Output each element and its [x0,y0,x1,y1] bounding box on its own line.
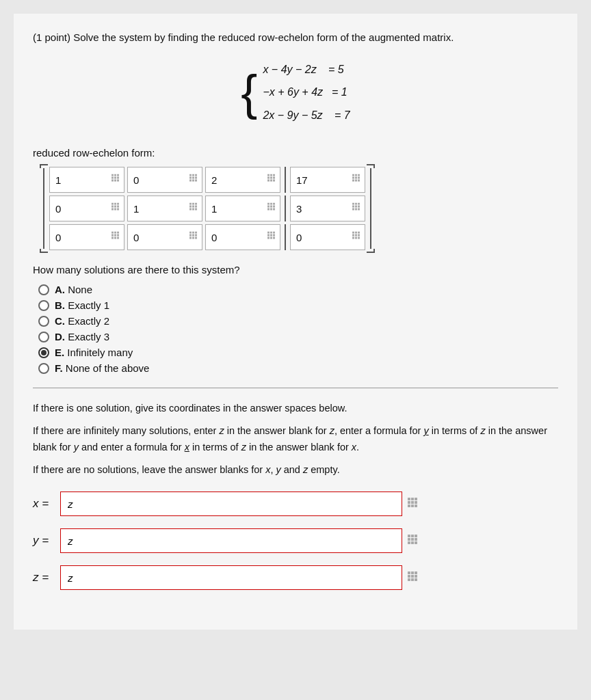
svg-rect-75 [111,234,114,237]
option-a[interactable]: A. None [38,284,558,295]
answer-row-x: x = [33,492,558,516]
option-d-text: Exactly 3 [68,331,109,342]
cell-r2-c4[interactable]: 3 [290,196,365,221]
rref-section: reduced row-echelon form: 1 [33,147,558,253]
svg-rect-105 [352,237,354,239]
svg-rect-48 [189,206,192,208]
grid-icon-x[interactable] [408,498,419,511]
svg-rect-59 [273,206,275,208]
cell-r1-c2[interactable]: 0 [127,167,202,193]
svg-rect-53 [195,208,197,211]
svg-rect-6 [111,180,114,182]
svg-rect-131 [415,575,417,578]
svg-rect-1 [114,174,116,176]
grid-icon-r1c4[interactable] [352,174,362,186]
svg-rect-85 [192,234,194,237]
svg-rect-5 [117,177,119,179]
svg-rect-60 [267,208,270,211]
svg-rect-109 [411,498,414,500]
svg-rect-129 [408,575,410,578]
svg-rect-25 [270,180,272,182]
svg-rect-17 [195,180,197,182]
svg-rect-84 [189,234,192,237]
svg-rect-21 [267,177,270,179]
svg-rect-67 [355,206,357,208]
svg-rect-121 [411,538,414,541]
option-b[interactable]: B. Exactly 1 [38,299,558,311]
svg-rect-127 [411,571,414,574]
svg-rect-64 [355,203,357,205]
radio-d[interactable] [38,332,49,342]
radio-e[interactable] [38,347,49,358]
svg-rect-52 [192,208,194,211]
svg-rect-110 [415,498,417,500]
svg-rect-112 [411,501,414,504]
option-c[interactable]: C. Exactly 2 [38,315,558,327]
cell-r2-c3[interactable]: 1 [205,196,280,221]
svg-rect-22 [270,177,272,179]
svg-rect-100 [355,232,357,234]
grid-icon-r1c1[interactable] [111,174,121,186]
svg-rect-118 [411,535,414,537]
cell-r3-c4[interactable]: 0 [290,224,365,250]
svg-rect-99 [352,232,354,234]
grid-icon-r1c2[interactable] [189,174,199,186]
cell-r2-c2[interactable]: 1 [127,196,202,221]
svg-rect-27 [352,174,354,176]
grid-icon-z[interactable] [408,571,419,584]
svg-rect-28 [355,174,357,176]
cell-r1-c4[interactable]: 17 [290,167,365,193]
grid-icon-r3c3[interactable] [267,232,277,243]
grid-icon-r3c2[interactable] [189,232,199,243]
svg-rect-107 [358,237,360,239]
svg-rect-73 [114,232,116,234]
radio-a[interactable] [38,284,49,295]
svg-rect-57 [267,206,270,208]
answer-z-input[interactable] [60,565,402,590]
grid-icon-r3c4[interactable] [352,232,362,243]
svg-rect-134 [415,578,417,581]
svg-rect-7 [114,180,116,182]
grid-icon-r2c4[interactable] [352,203,362,215]
svg-rect-116 [415,504,417,507]
svg-rect-88 [192,237,194,239]
svg-rect-29 [358,174,360,176]
solutions-question: How many solutions are there to this sys… [33,264,558,275]
answer-row-y: y = [33,528,558,553]
grid-icon-y[interactable] [408,535,419,548]
grid-icon-r2c2[interactable] [189,203,199,215]
option-e[interactable]: E. Infinitely many [38,347,558,358]
option-d[interactable]: D. Exactly 3 [38,331,558,342]
svg-rect-90 [267,232,270,234]
svg-rect-111 [408,501,410,504]
svg-rect-32 [358,177,360,179]
svg-rect-62 [273,208,275,211]
svg-rect-81 [189,232,192,234]
option-f[interactable]: F. None of the above [38,362,558,374]
answer-y-input[interactable] [60,528,402,553]
cell-r3-c3[interactable]: 0 [205,224,280,250]
instruction-1: If there is one solution, give its coord… [33,401,558,416]
svg-rect-10 [192,174,194,176]
svg-rect-33 [352,180,354,182]
cell-r1-c1[interactable]: 1 [49,167,124,193]
radio-options-list: A. None B. Exactly 1 C. Exactly 2 D. Exa… [38,284,558,374]
svg-rect-87 [189,237,192,239]
grid-icon-r2c1[interactable] [111,203,121,215]
svg-rect-39 [111,206,114,208]
grid-icon-r1c3[interactable] [267,174,277,186]
svg-rect-128 [415,571,417,574]
radio-c[interactable] [38,316,49,327]
cell-r2-c1[interactable]: 0 [49,196,124,221]
cell-r1-c3[interactable]: 2 [205,167,280,193]
svg-rect-96 [267,237,270,239]
radio-f[interactable] [38,363,49,374]
radio-b[interactable] [38,300,49,311]
grid-icon-r2c3[interactable] [267,203,277,215]
cell-r3-c1[interactable]: 0 [49,224,124,250]
svg-rect-54 [267,203,270,205]
answer-x-input[interactable] [60,492,402,516]
problem-title: (1 point) Solve the system by finding th… [33,30,558,46]
cell-r3-c2[interactable]: 0 [127,224,202,250]
grid-icon-r3c1[interactable] [111,232,121,243]
